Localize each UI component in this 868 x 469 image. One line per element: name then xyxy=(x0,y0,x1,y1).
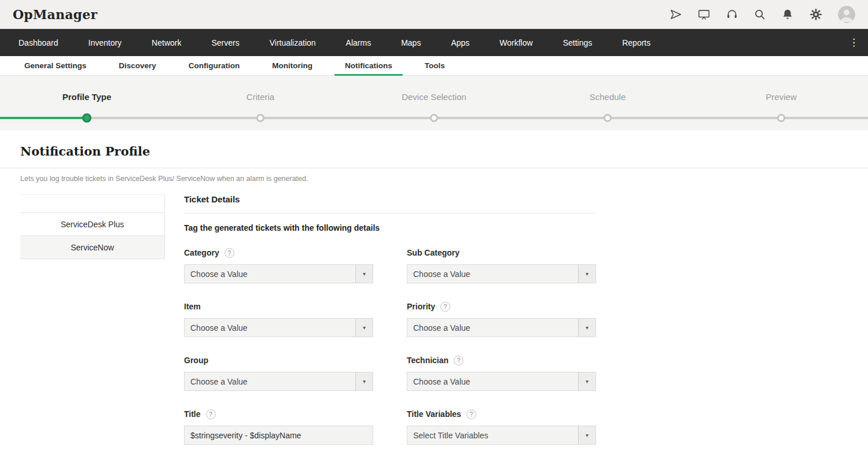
field-label: Group xyxy=(184,356,208,365)
chevron-down-icon[interactable]: ▾ xyxy=(578,372,595,390)
list-spacer xyxy=(20,195,164,213)
field-category: Category ? Choose a Value ▾ xyxy=(184,248,373,283)
chevron-down-icon[interactable]: ▾ xyxy=(355,372,373,390)
wizard-stepper: Profile Type Criteria Device Selection S… xyxy=(0,76,868,130)
bell-icon[interactable] xyxy=(781,8,794,21)
app-logo: OpManager xyxy=(13,7,97,22)
priority-select[interactable]: Choose a Value ▾ xyxy=(407,318,596,337)
tab-general-settings[interactable]: General Settings xyxy=(8,56,102,75)
ticket-details-panel: Ticket Details Tag the generated tickets… xyxy=(184,194,596,445)
field-group: Group Choose a Value ▾ xyxy=(184,355,373,391)
field-title-variables: Title Variables ? Select Title Variables… xyxy=(407,409,596,445)
field-priority: Priority ? Choose a Value ▾ xyxy=(407,301,596,337)
field-label: Category xyxy=(184,248,219,257)
nav-item-servers[interactable]: Servers xyxy=(196,29,254,56)
field-label: Item xyxy=(184,302,201,311)
nav-item-network[interactable]: Network xyxy=(137,29,196,56)
field-technician: Technician ? Choose a Value ▾ xyxy=(407,355,596,391)
step-device-selection[interactable]: Device Selection xyxy=(347,76,521,130)
category-select[interactable]: Choose a Value ▾ xyxy=(184,264,373,283)
item-select[interactable]: Choose a Value ▾ xyxy=(184,318,373,337)
step-dot[interactable] xyxy=(604,114,612,122)
title-variables-select[interactable]: Select Title Variables ▾ xyxy=(407,426,596,445)
step-dot[interactable] xyxy=(430,114,438,122)
header-icon-bar xyxy=(670,6,855,23)
field-title: Title ? xyxy=(184,409,373,445)
chevron-down-icon[interactable]: ▾ xyxy=(578,265,595,283)
nav-item-alarms[interactable]: Alarms xyxy=(331,29,387,56)
chevron-down-icon[interactable]: ▾ xyxy=(355,265,373,283)
step-dot[interactable] xyxy=(82,113,91,123)
step-dot[interactable] xyxy=(777,114,785,122)
tab-discovery[interactable]: Discovery xyxy=(102,56,172,75)
list-item-servicedesk-plus[interactable]: ServiceDesk Plus xyxy=(20,213,164,236)
field-label: Title Variables xyxy=(407,409,461,419)
step-preview[interactable]: Preview xyxy=(694,76,868,130)
help-icon[interactable]: ? xyxy=(466,409,476,419)
help-icon[interactable]: ? xyxy=(454,356,464,365)
presentation-icon[interactable] xyxy=(697,8,711,21)
settings-subnav: General Settings Discovery Configuration… xyxy=(0,56,868,76)
field-label: Sub Category xyxy=(407,248,459,257)
main-nav: Dashboard Inventory Network Servers Virt… xyxy=(0,29,868,56)
title-input[interactable] xyxy=(184,426,373,445)
help-icon[interactable]: ? xyxy=(206,409,216,419)
ticket-fields-grid: Category ? Choose a Value ▾ Sub Category… xyxy=(184,248,596,445)
list-item-servicenow[interactable]: ServiceNow xyxy=(20,236,164,259)
help-icon[interactable]: ? xyxy=(440,302,450,312)
nav-item-virtualization[interactable]: Virtualization xyxy=(255,29,331,56)
nav-item-dashboard[interactable]: Dashboard xyxy=(3,29,73,56)
field-sub-category: Sub Category Choose a Value ▾ xyxy=(407,248,596,283)
rocket-icon[interactable] xyxy=(670,8,682,21)
tab-monitoring[interactable]: Monitoring xyxy=(256,56,329,75)
avatar[interactable] xyxy=(838,6,855,23)
nav-item-apps[interactable]: Apps xyxy=(436,29,484,56)
tab-configuration[interactable]: Configuration xyxy=(172,56,256,75)
nav-item-inventory[interactable]: Inventory xyxy=(73,29,137,56)
overflow-menu-icon[interactable]: ⋮ xyxy=(844,29,863,56)
headset-icon[interactable] xyxy=(726,8,738,21)
page-description: Lets you log trouble tickets in ServiceD… xyxy=(0,168,868,183)
profile-type-list: ServiceDesk Plus ServiceNow xyxy=(20,194,165,259)
sub-category-select[interactable]: Choose a Value ▾ xyxy=(407,264,596,283)
chevron-down-icon[interactable]: ▾ xyxy=(578,319,595,337)
step-profile-type[interactable]: Profile Type xyxy=(0,76,174,130)
step-criteria[interactable]: Criteria xyxy=(174,76,347,130)
nav-item-reports[interactable]: Reports xyxy=(607,29,665,56)
field-label: Technician xyxy=(407,356,448,365)
gear-icon[interactable] xyxy=(809,8,823,21)
nav-item-maps[interactable]: Maps xyxy=(386,29,436,56)
step-dot[interactable] xyxy=(256,114,264,122)
page-content: Notification Profile Lets you log troubl… xyxy=(0,130,868,445)
field-label: Priority xyxy=(407,302,435,311)
section-subtitle: Tag the generated tickets with the follo… xyxy=(184,223,596,232)
page-title: Notification Profile xyxy=(0,130,868,168)
tab-notifications[interactable]: Notifications xyxy=(329,56,409,75)
nav-item-workflow[interactable]: Workflow xyxy=(484,29,547,56)
chevron-down-icon[interactable]: ▾ xyxy=(578,426,595,444)
tab-tools[interactable]: Tools xyxy=(409,56,461,75)
top-header: OpManager xyxy=(0,0,868,29)
nav-item-settings[interactable]: Settings xyxy=(548,29,608,56)
help-icon[interactable]: ? xyxy=(225,248,234,258)
group-select[interactable]: Choose a Value ▾ xyxy=(184,372,373,391)
step-schedule[interactable]: Schedule xyxy=(521,76,694,130)
section-title: Ticket Details xyxy=(184,194,596,213)
search-icon[interactable] xyxy=(753,8,766,21)
field-label: Title xyxy=(184,409,201,419)
technician-select[interactable]: Choose a Value ▾ xyxy=(407,372,596,391)
chevron-down-icon[interactable]: ▾ xyxy=(355,319,373,337)
field-item: Item Choose a Value ▾ xyxy=(184,301,373,337)
